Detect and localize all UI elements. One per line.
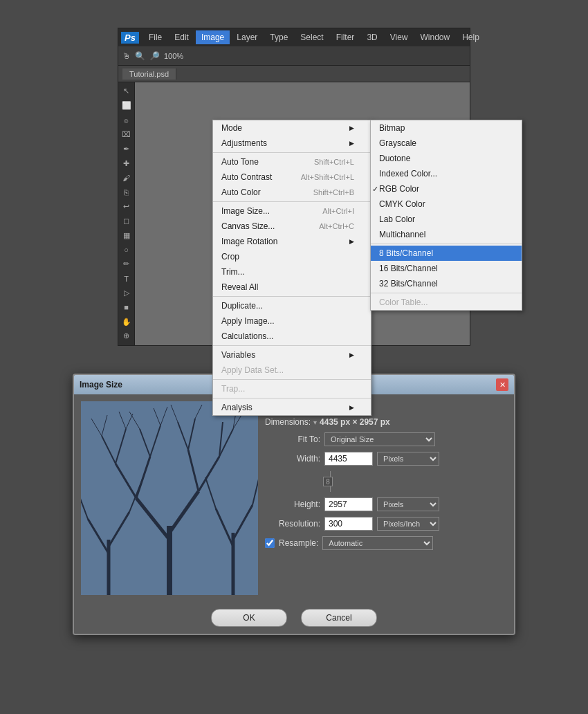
resample-select[interactable]: Automatic bbox=[322, 536, 433, 550]
path-select-icon[interactable]: ▷ bbox=[120, 287, 134, 300]
image-menu-apply-dataset: Apply Data Set... bbox=[213, 363, 371, 378]
canvas-area: Mode Adjustments Auto Tone Shift+Ctrl+L … bbox=[135, 82, 470, 345]
mode-bitmap[interactable]: Bitmap bbox=[371, 120, 522, 136]
mode-cmyk-color[interactable]: CMYK Color bbox=[371, 196, 522, 212]
fit-to-select[interactable]: Original Size bbox=[324, 432, 435, 446]
fit-to-label: Fit To: bbox=[265, 434, 320, 444]
image-menu-variables[interactable]: Variables bbox=[213, 347, 371, 363]
link-icon-row: 8 bbox=[265, 471, 507, 492]
width-input[interactable] bbox=[324, 452, 373, 466]
mode-lab-color[interactable]: Lab Color bbox=[371, 212, 522, 227]
zoom-out-icon[interactable]: 🔎 bbox=[149, 51, 160, 61]
photoshop-window: Ps File Edit Image Layer Type Select Fil… bbox=[118, 28, 470, 346]
resolution-row: Resolution: Pixels/Inch bbox=[265, 517, 507, 531]
mode-16bits[interactable]: 16 Bits/Channel bbox=[371, 261, 522, 276]
mode-8bits[interactable]: 8 Bits/Channel bbox=[371, 246, 522, 261]
width-unit-select[interactable]: Pixels bbox=[377, 452, 439, 466]
mode-32bits[interactable]: 32 Bits/Channel bbox=[371, 276, 522, 291]
menubar: Ps File Edit Image Layer Type Select Fil… bbox=[118, 28, 470, 46]
image-menu-reveal-all[interactable]: Reveal All bbox=[213, 280, 371, 295]
menu-layer[interactable]: Layer bbox=[231, 30, 263, 44]
brush-tool-icon[interactable]: 🖌 bbox=[120, 172, 134, 184]
dimensions-row: Dimensions: ▾ 4435 px × 2957 px bbox=[265, 417, 507, 427]
menu-file[interactable]: File bbox=[143, 30, 167, 44]
menu-type[interactable]: Type bbox=[264, 30, 293, 44]
menu-3d[interactable]: 3D bbox=[361, 30, 383, 44]
lasso-tool-icon[interactable]: ⌾ bbox=[120, 114, 134, 127]
resolution-unit-select[interactable]: Pixels/Inch bbox=[377, 517, 439, 531]
image-menu-rotation[interactable]: Image Rotation bbox=[213, 234, 371, 249]
menu-select[interactable]: Select bbox=[295, 30, 329, 44]
image-menu-auto-tone[interactable]: Auto Tone Shift+Ctrl+L bbox=[213, 154, 371, 170]
zoom-tool-icon[interactable]: ⊕ bbox=[120, 330, 134, 342]
rectangle-select-icon[interactable]: ⬜ bbox=[120, 100, 134, 112]
move-tool-icon[interactable]: 🖱 bbox=[122, 51, 131, 61]
mode-indexed-color[interactable]: Indexed Color... bbox=[371, 166, 522, 181]
left-toolbar: ↖ ⬜ ⌾ ⌧ ✒ ✚ 🖌 ⎘ ↩ ◻ ▦ ○ ✏ T ▷ ■ ✋ ⊕ bbox=[118, 82, 135, 345]
fit-to-row: Fit To: Original Size bbox=[265, 432, 507, 446]
menu-filter[interactable]: Filter bbox=[331, 30, 360, 44]
image-menu-crop[interactable]: Crop bbox=[213, 249, 371, 264]
mode-multichannel[interactable]: Multichannel bbox=[371, 227, 522, 242]
mode-color-table: Color Table... bbox=[371, 295, 522, 310]
dimensions-arrow-icon[interactable]: ▾ bbox=[313, 419, 317, 426]
image-menu-auto-color[interactable]: Auto Color Shift+Ctrl+B bbox=[213, 185, 371, 200]
image-menu-calculations[interactable]: Calculations... bbox=[213, 329, 371, 344]
clone-stamp-icon[interactable]: ⎘ bbox=[120, 186, 134, 199]
mode-rgb-color[interactable]: RGB Color bbox=[371, 181, 522, 196]
dodge-tool-icon[interactable]: ○ bbox=[120, 244, 134, 256]
mode-duotone[interactable]: Duotone bbox=[371, 151, 522, 166]
mode-submenu: Bitmap Grayscale Duotone Indexed Color..… bbox=[370, 120, 522, 311]
image-menu-adjustments[interactable]: Adjustments bbox=[213, 136, 371, 151]
menu-view[interactable]: View bbox=[385, 30, 414, 44]
menu-window[interactable]: Window bbox=[415, 30, 456, 44]
menu-help[interactable]: Help bbox=[457, 30, 485, 44]
image-menu-auto-contrast[interactable]: Auto Contrast Alt+Shift+Ctrl+L bbox=[213, 170, 371, 185]
dialog-close-button[interactable]: ✕ bbox=[496, 378, 508, 391]
content-area: ↖ ⬜ ⌾ ⌧ ✒ ✚ 🖌 ⎘ ↩ ◻ ▦ ○ ✏ T ▷ ■ ✋ ⊕ bbox=[118, 82, 470, 345]
dimensions-value: 4435 px × 2957 px bbox=[320, 417, 390, 427]
resample-checkbox[interactable] bbox=[265, 538, 275, 548]
pen-tool-icon[interactable]: ✏ bbox=[120, 258, 134, 271]
toolbar-row: 🖱 🔍 🔎 100% bbox=[118, 46, 470, 66]
eyedropper-icon[interactable]: ✒ bbox=[120, 143, 134, 155]
image-menu-apply-image[interactable]: Apply Image... bbox=[213, 313, 371, 329]
dialog-title: Image Size bbox=[80, 380, 122, 390]
height-label: Height: bbox=[265, 500, 320, 509]
menu-image[interactable]: Image bbox=[196, 30, 230, 44]
zoom-in-icon[interactable]: 🔍 bbox=[135, 51, 145, 61]
image-menu-analysis[interactable]: Analysis bbox=[213, 400, 371, 415]
ok-button[interactable]: OK bbox=[211, 609, 287, 627]
height-unit-select[interactable]: Pixels bbox=[377, 497, 439, 511]
history-brush-icon[interactable]: ↩ bbox=[120, 201, 134, 213]
ps-logo: Ps bbox=[121, 32, 139, 44]
image-menu-trap: Trap... bbox=[213, 381, 371, 396]
mode-grayscale[interactable]: Grayscale bbox=[371, 136, 522, 151]
eraser-icon[interactable]: ◻ bbox=[120, 214, 134, 227]
resample-row: Resample: Automatic bbox=[265, 536, 507, 550]
resample-label: Resample: bbox=[279, 538, 318, 548]
width-row: Width: Pixels bbox=[265, 452, 507, 466]
resolution-input[interactable] bbox=[324, 517, 373, 531]
height-input[interactable] bbox=[324, 497, 373, 511]
dimensions-label: Dimensions: bbox=[265, 417, 311, 427]
type-tool-icon[interactable]: T bbox=[120, 273, 134, 285]
image-menu-mode[interactable]: Mode bbox=[213, 120, 371, 136]
shape-tool-icon[interactable]: ■ bbox=[120, 301, 134, 313]
cancel-button[interactable]: Cancel bbox=[301, 609, 377, 627]
image-menu-canvas-size[interactable]: Canvas Size... Alt+Ctrl+C bbox=[213, 219, 371, 234]
selection-tool-icon[interactable]: ↖ bbox=[120, 85, 134, 98]
zoom-level: 100% bbox=[164, 52, 183, 60]
hand-tool-icon[interactable]: ✋ bbox=[120, 315, 134, 328]
healing-brush-icon[interactable]: ✚ bbox=[120, 157, 134, 170]
gradient-icon[interactable]: ▦ bbox=[120, 229, 134, 241]
image-menu-image-size[interactable]: Image Size... Alt+Ctrl+I bbox=[213, 203, 371, 219]
image-menu-trim[interactable]: Trim... bbox=[213, 264, 371, 280]
menu-edit[interactable]: Edit bbox=[169, 30, 194, 44]
document-tab[interactable]: Tutorial.psd bbox=[122, 68, 176, 80]
image-menu-duplicate[interactable]: Duplicate... bbox=[213, 298, 371, 313]
width-label: Width: bbox=[265, 454, 320, 464]
crop-tool-icon[interactable]: ⌧ bbox=[120, 128, 134, 140]
height-row: Height: Pixels bbox=[265, 497, 507, 511]
dialog-body: Image Size: 37,5M ⚙ Dimensions: ▾ 4435 p… bbox=[74, 394, 514, 602]
